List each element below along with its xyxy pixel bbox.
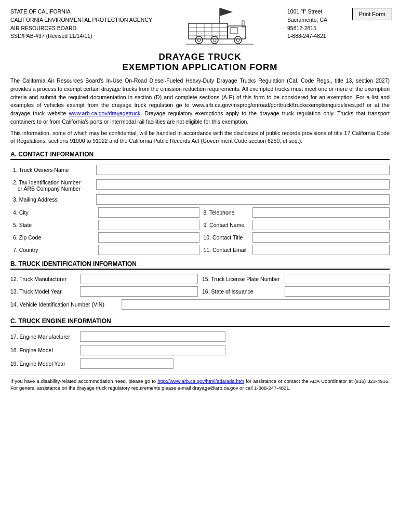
- section-a-header: A. CONTACT INFORMATION: [10, 151, 390, 160]
- field-label-12: 12. Truck Manufacturer: [10, 276, 78, 282]
- section-b-fields: 12. Truck Manufacturer 15. Truck License…: [10, 274, 390, 310]
- field-label-4: 4. City: [13, 209, 96, 216]
- field-label-7: 7. Country: [13, 247, 96, 253]
- footer-text: If you have a disability-related accommo…: [10, 375, 390, 392]
- field-row-14: 14. Vehicle Identification Number (VIN): [10, 299, 390, 310]
- col-contact-title: 10. Contact Title: [204, 232, 390, 243]
- input-state-issuance[interactable]: [285, 286, 390, 297]
- field-row-5-9: 5. State 9. Contact Name: [13, 220, 390, 230]
- col-city: 4. City: [13, 207, 199, 218]
- field-row-2: 2. Tax Identification Number or ARB Comp…: [13, 178, 390, 192]
- input-telephone[interactable]: [252, 207, 390, 218]
- section-a-fields: 1. Truck Owners Name 2. Tax Identificati…: [10, 164, 390, 255]
- svg-rect-0: [189, 23, 228, 39]
- field-label-16: 16. State of Issuance: [202, 288, 283, 295]
- input-contact-title[interactable]: [252, 232, 390, 243]
- field-label-11: 11. Contact Email: [204, 247, 250, 253]
- input-contact-name[interactable]: [252, 220, 390, 230]
- address-line3: 95812-2815: [287, 24, 327, 33]
- input-contact-email[interactable]: [252, 245, 390, 255]
- field-row-7-11: 7. Country 11. Contact Email: [13, 245, 390, 255]
- intro-text: The California Air Resources Board's In-…: [10, 77, 390, 145]
- title-main: DRAYAGE TRUCK: [10, 52, 390, 62]
- input-truck-model-year[interactable]: [80, 286, 198, 297]
- input-vin[interactable]: [122, 299, 390, 310]
- col-contact-email: 11. Contact Email: [204, 245, 390, 255]
- state-line4: SSD/PAB-#37 (Revised 11/14/11): [10, 32, 152, 41]
- col-license-plate: 15. Truck License Plate Number: [202, 274, 390, 284]
- field-row-3: 3. Mailing Address: [13, 194, 390, 205]
- field-row-13-16: 13. Truck Model Year 16. State of Issuan…: [10, 286, 390, 297]
- field-label-8: 8. Telephone: [204, 209, 250, 216]
- title-sub: EXEMPTION APPLICATION FORM: [10, 62, 390, 73]
- field-label-14: 14. Vehicle Identification Number (VIN): [10, 301, 119, 308]
- field-row-18: 18. Engine Model: [10, 344, 390, 356]
- print-button[interactable]: Print Form: [352, 8, 392, 20]
- field-row-1: 1. Truck Owners Name: [13, 164, 390, 176]
- field-label-9: 9. Contact Name: [204, 222, 250, 228]
- input-license-plate[interactable]: [285, 274, 390, 284]
- field-label-5: 5. State: [13, 222, 96, 228]
- section-c-fields: 17. Engine Manufacturer 18. Engine Model…: [10, 331, 390, 369]
- field-label-3: 3. Mailing Address: [13, 196, 96, 203]
- header-left: STATE OF CALIFORNIA CALIFORNIA ENVIRONME…: [10, 8, 152, 41]
- input-engine-model[interactable]: [80, 345, 225, 355]
- field-label-6: 6. Zip Code: [13, 234, 96, 241]
- field-row-17: 17. Engine Manufacturer: [10, 331, 390, 342]
- address-line1: 1001 "I" Street: [287, 8, 327, 16]
- input-engine-model-year[interactable]: [80, 358, 174, 369]
- input-city[interactable]: [98, 207, 199, 218]
- input-truck-manufacturer[interactable]: [80, 274, 198, 284]
- col-country: 7. Country: [13, 245, 199, 255]
- field-label-10: 10. Contact Title: [204, 234, 250, 241]
- footer-text-1: If you have a disability-related accommo…: [10, 378, 157, 384]
- field-label-1: 1. Truck Owners Name: [13, 167, 96, 173]
- col-state-issuance: 16. State of Issuance: [202, 286, 390, 297]
- col-state: 5. State: [13, 220, 199, 230]
- field-row-12-15: 12. Truck Manufacturer 15. Truck License…: [10, 274, 390, 284]
- field-label-18: 18. Engine Model: [10, 347, 78, 353]
- field-label-15: 15. Truck License Plate Number: [202, 276, 283, 282]
- field-row-19: 19. Engine Model Year: [10, 358, 390, 369]
- footer-link[interactable]: http://www.arb.ca.gov/html/ada/ada.htm: [157, 378, 244, 384]
- state-line2: CALIFORNIA ENVIRONMENTAL PROTECTION AGEN…: [10, 16, 152, 24]
- col-model-year: 13. Truck Model Year: [10, 286, 198, 297]
- input-state[interactable]: [98, 220, 199, 230]
- form-title: DRAYAGE TRUCK EXEMPTION APPLICATION FORM: [10, 52, 390, 73]
- col-telephone: 8. Telephone: [204, 207, 390, 218]
- svg-rect-2: [230, 28, 237, 34]
- svg-marker-19: [220, 8, 233, 16]
- section-b-header: B. TRUCK IDENTIFICATION INFORMATION: [10, 260, 390, 270]
- address-line2: Sacramento, CA: [287, 16, 327, 24]
- field-label-19: 19. Engine Model Year: [10, 361, 78, 367]
- input-mailing-address[interactable]: [96, 194, 390, 205]
- input-engine-manufacturer[interactable]: [80, 331, 225, 342]
- header: STATE OF CALIFORNIA CALIFORNIA ENVIRONME…: [10, 8, 390, 49]
- col-zip: 6. Zip Code: [13, 232, 199, 243]
- field-label-17: 17. Engine Manufacturer: [10, 334, 78, 340]
- svg-point-8: [234, 36, 242, 44]
- col-contact-name: 9. Contact Name: [204, 220, 390, 230]
- header-center: [178, 8, 261, 49]
- field-row-4-8: 4. City 8. Telephone: [13, 207, 390, 218]
- field-label-13: 13. Truck Model Year: [10, 288, 78, 295]
- input-zip[interactable]: [98, 232, 199, 243]
- input-tax-id[interactable]: [96, 179, 390, 190]
- field-row-6-10: 6. Zip Code 10. Contact Title: [13, 232, 390, 243]
- section-c-header: C. TRUCK ENGINE INFORMATION: [10, 317, 390, 327]
- address-line4: 1-888-247-4821: [287, 32, 327, 41]
- intro-link1[interactable]: www.arb.ca.gov/drayagetruck: [69, 110, 141, 116]
- state-line1: STATE OF CALIFORNIA: [10, 8, 152, 16]
- intro-p2: This information, some of which may be c…: [10, 130, 390, 144]
- field-label-2: 2. Tax Identification Number or ARB Comp…: [13, 178, 96, 192]
- col-truck-mfr: 12. Truck Manufacturer: [10, 274, 198, 284]
- input-country[interactable]: [98, 245, 199, 255]
- truck-illustration: [186, 8, 254, 49]
- state-line3: AIR RESOURCES BOARD: [10, 24, 152, 33]
- input-truck-owners-name[interactable]: [96, 165, 390, 175]
